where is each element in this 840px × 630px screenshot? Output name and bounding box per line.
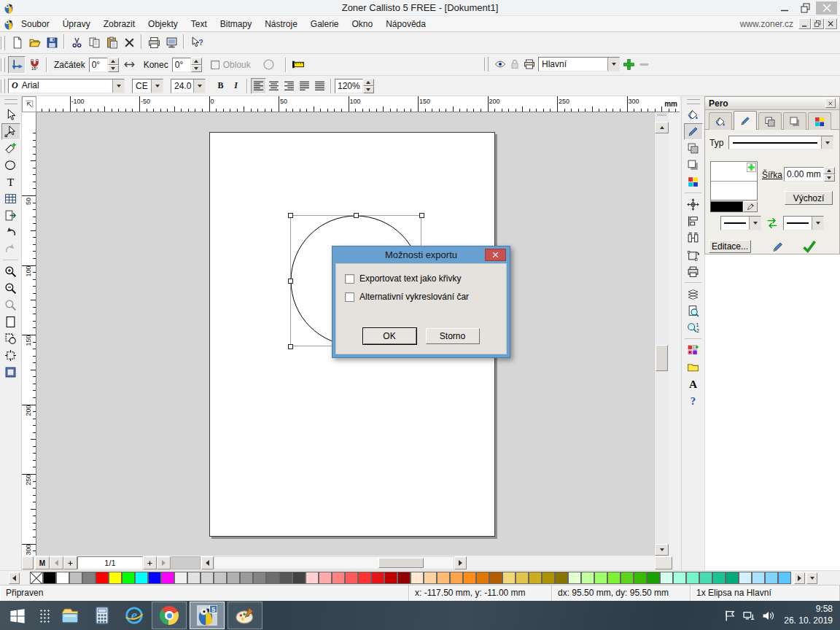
palette-swatch[interactable]	[634, 572, 647, 584]
align-block-button[interactable]	[312, 78, 327, 94]
fill-tab[interactable]	[709, 112, 732, 130]
dropdown-arrow-icon[interactable]	[151, 79, 163, 93]
palette-swatch[interactable]	[726, 572, 739, 584]
zoom-selection-tool[interactable]	[1, 330, 20, 347]
shadow-tab[interactable]	[783, 112, 806, 130]
palette-swatch[interactable]	[292, 572, 306, 584]
palette-swatch[interactable]	[437, 572, 450, 584]
delete-button[interactable]	[120, 34, 138, 52]
print-preview-button[interactable]	[163, 34, 180, 52]
palette-swatch[interactable]	[542, 572, 555, 584]
palette-swatch[interactable]	[122, 572, 135, 584]
layers-tool[interactable]	[684, 286, 703, 303]
dropdown-arrow-icon[interactable]	[812, 217, 823, 230]
undo-button[interactable]	[1, 224, 20, 241]
spin-up-button[interactable]	[191, 58, 202, 65]
toolbar-grip[interactable]	[1, 58, 5, 72]
palette-swatch[interactable]	[332, 572, 345, 584]
vertical-scrollbar-thumb[interactable]	[656, 345, 668, 371]
palette-swatch[interactable]	[96, 572, 109, 584]
selection-handle[interactable]	[288, 279, 293, 284]
palette-swatch[interactable]	[266, 572, 279, 584]
palette-swatch[interactable]	[752, 572, 765, 584]
new-document-button[interactable]	[8, 34, 26, 52]
pen-tool[interactable]	[684, 123, 703, 140]
zoom-drag-tool[interactable]	[1, 347, 20, 364]
mdi-restore-button[interactable]	[812, 18, 824, 29]
pen-tab[interactable]	[734, 111, 757, 130]
master-page-button[interactable]: M	[35, 556, 50, 569]
palette-swatch[interactable]	[174, 572, 187, 584]
palette-tab[interactable]	[808, 112, 831, 130]
pages-tool[interactable]: 12	[684, 319, 703, 336]
palette-swatch[interactable]	[516, 572, 529, 584]
copy-button[interactable]	[85, 34, 103, 52]
scroll-up-button[interactable]	[655, 122, 669, 133]
apply-button[interactable]	[800, 239, 819, 254]
taskbar-ie-button[interactable]: e	[118, 601, 150, 630]
context-help-button[interactable]: ?	[187, 34, 205, 52]
save-button[interactable]	[43, 34, 61, 52]
palette-swatch[interactable]	[148, 572, 161, 584]
palette-swatch[interactable]	[109, 572, 122, 584]
toolbar-grip[interactable]	[687, 99, 700, 104]
toolbar-grip[interactable]	[1, 36, 5, 50]
color-palette-tool[interactable]	[684, 174, 703, 190]
taskbar-explorer-button[interactable]	[54, 601, 86, 630]
menu-item-objekty[interactable]: Objekty	[141, 18, 184, 31]
palette-swatch[interactable]	[306, 572, 319, 584]
align-left-button[interactable]	[251, 78, 266, 94]
align-center-button[interactable]	[266, 78, 281, 94]
palette-swatch[interactable]	[253, 572, 266, 584]
transform-tool[interactable]	[684, 246, 703, 263]
vertical-scrollbar-track[interactable]	[655, 133, 669, 544]
bezier-tool[interactable]	[1, 140, 20, 157]
align-tool[interactable]	[684, 213, 703, 230]
zoom-out-tool[interactable]	[1, 280, 20, 297]
palette-swatch[interactable]	[778, 572, 791, 584]
select-tool[interactable]	[1, 106, 20, 123]
print-area-tool[interactable]	[684, 263, 703, 280]
mdi-minimize-button[interactable]	[798, 18, 811, 29]
restore-button[interactable]	[795, 1, 816, 15]
palette-swatch[interactable]	[621, 572, 634, 584]
menu-item-bitmapy[interactable]: Bitmapy	[214, 18, 258, 31]
pick-pen-button[interactable]	[771, 241, 784, 253]
charset-select[interactable]: CE	[132, 79, 163, 93]
dialog-close-button[interactable]	[485, 249, 506, 261]
palette-editor-tool[interactable]	[684, 342, 703, 359]
selection-handle[interactable]	[288, 344, 293, 349]
bold-button[interactable]: B	[213, 78, 228, 94]
network-icon[interactable]	[743, 610, 755, 622]
splitter-handle[interactable]	[657, 114, 666, 122]
full-screen-tool[interactable]	[1, 364, 20, 381]
default-button[interactable]: Výchozí	[785, 191, 833, 205]
menu-item-galerie[interactable]: Galerie	[304, 18, 346, 31]
palette-swatch[interactable]	[240, 572, 253, 584]
menu-item-zobrazit[interactable]: Zobrazit	[97, 18, 141, 31]
palette-swatch[interactable]	[279, 572, 292, 584]
palette-swatch[interactable]	[161, 572, 174, 584]
transparency-tab[interactable]	[758, 112, 782, 130]
dialog-titlebar[interactable]: Možnosti exportu	[332, 246, 510, 263]
add-color-button[interactable]	[747, 163, 756, 172]
scroll-down-button[interactable]	[655, 544, 669, 556]
taskbar-clock[interactable]: 9:58 26. 10. 2019	[784, 604, 833, 626]
transparency-tool[interactable]	[684, 140, 703, 157]
palette-swatch[interactable]	[739, 572, 752, 584]
spin-down-button[interactable]	[108, 65, 119, 72]
table-tool[interactable]	[1, 190, 20, 207]
fit-page-tool[interactable]	[1, 314, 20, 330]
snap-angle-button[interactable]: 15°	[26, 56, 43, 74]
checkbox-box[interactable]	[345, 274, 354, 284]
palette-swatch[interactable]	[765, 572, 778, 584]
start-button[interactable]	[0, 601, 35, 630]
palette-swatch[interactable]	[345, 572, 358, 584]
menu-item-soubor[interactable]: Soubor	[15, 18, 56, 31]
palette-swatch[interactable]	[502, 572, 516, 584]
dropdown-arrow-icon[interactable]	[821, 136, 833, 149]
horizontal-scrollbar-thumb[interactable]	[378, 558, 424, 568]
swap-line-ends-button[interactable]	[766, 217, 779, 230]
measure-button[interactable]	[289, 56, 307, 74]
document-system-menu-icon[interactable]	[3, 18, 15, 30]
